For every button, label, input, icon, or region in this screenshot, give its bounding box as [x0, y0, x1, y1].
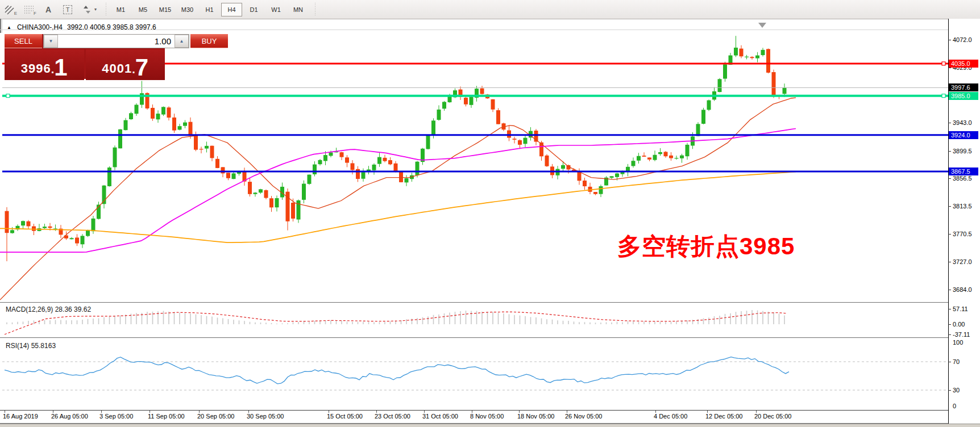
price-tick-label: 3813.5: [953, 203, 979, 210]
price-tick-dash: [948, 290, 951, 290]
price-badge: 4035.0: [949, 60, 978, 68]
line-handle[interactable]: [6, 94, 10, 98]
title-separator: [0, 30, 948, 30]
buy-price-display[interactable]: 4001.7: [86, 49, 165, 80]
rsi-chart-canvas[interactable]: [0, 338, 948, 411]
price-badge: 3867.5: [949, 168, 978, 175]
tf-button-mn[interactable]: MN: [288, 3, 309, 16]
rsi-label: RSI(14) 55.8163: [6, 342, 56, 350]
chevron-down-icon: ▾: [94, 7, 97, 12]
time-tick-label: 26 Aug 05:00: [51, 413, 88, 420]
price-tick-label: 3727.0: [953, 258, 979, 266]
sell-price-display[interactable]: 3996.1: [5, 49, 84, 80]
time-tick-label: 15 Oct 05:00: [327, 413, 363, 420]
moving-averages: [0, 98, 796, 300]
macd-tick-dash: [948, 334, 951, 335]
price-tick-dash: [948, 206, 951, 207]
line-handle[interactable]: [942, 94, 945, 98]
time-tick-label: 11 Sep 05:00: [148, 413, 185, 420]
time-tick-label: 20 Sep 05:00: [197, 413, 234, 420]
tool-sub-label: F: [34, 11, 36, 16]
toolbar-separator: [314, 3, 317, 16]
time-tick-label: 18 Nov 05:00: [517, 413, 554, 420]
buy-price-main: 4001: [102, 61, 132, 76]
price-tick-dash: [948, 123, 951, 123]
time-tick-label: 20 Dec 05:00: [754, 413, 791, 420]
chart-tab-bar: [0, 424, 980, 427]
macd-tick-dash: [948, 309, 951, 309]
rsi-tick-label: 30: [953, 387, 979, 394]
price-badge: 3997.6: [949, 83, 978, 91]
volume-up-button[interactable]: ▲: [175, 35, 189, 48]
price-tick-label: 3856.5: [953, 175, 979, 182]
macd-chart-canvas[interactable]: [0, 303, 948, 337]
macd-tick-dash: [948, 324, 951, 325]
time-tick-label: 30 Sep 05:00: [247, 413, 284, 420]
time-tick-label: 12 Dec 05:00: [705, 413, 742, 420]
price-tick-label: 3770.5: [953, 231, 979, 238]
tf-button-h1[interactable]: H1: [199, 3, 220, 16]
sell-price-pips: 1: [54, 58, 67, 77]
tf-button-m30[interactable]: M30: [177, 3, 198, 16]
volume-down-button[interactable]: ▼: [44, 35, 58, 48]
price-tick-label: 4072.0: [953, 36, 979, 44]
arrows-tool-button[interactable]: ▾: [77, 2, 102, 17]
text-label-icon: T: [63, 5, 73, 14]
price-tick-dash: [948, 68, 951, 68]
annotation-text: 多空转折点3985: [617, 231, 795, 262]
macd-tick-label: 0.00: [953, 321, 979, 328]
price-tick-dash: [948, 40, 951, 40]
text-tool-button[interactable]: A: [39, 2, 58, 17]
time-tick-label: 3 Sep 05:00: [99, 413, 133, 420]
text-label-tool-button[interactable]: T: [58, 2, 77, 17]
time-tick-label: 23 Oct 05:00: [375, 413, 410, 420]
rsi-line: [5, 357, 789, 384]
macd-tick-label: -37.11: [953, 331, 979, 338]
time-tick-label: 4 Dec 05:00: [654, 413, 687, 420]
sell-price-main: 3996: [21, 61, 51, 76]
time-tick-label: 31 Oct 05:00: [422, 413, 458, 420]
tf-button-m15[interactable]: M15: [155, 3, 176, 16]
rsi-tick-label: 100: [953, 339, 979, 346]
price-tick-label: 3684.0: [953, 286, 979, 294]
price-tick-label: 3899.5: [953, 148, 979, 155]
price-badge: 3924.0: [949, 131, 978, 139]
tf-button-m5[interactable]: M5: [132, 3, 153, 16]
line-handle[interactable]: [942, 62, 945, 65]
tf-button-m1[interactable]: M1: [110, 3, 131, 16]
buy-price-pips: 7: [135, 58, 148, 77]
one-click-trade-panel: SELL ▼ ▲ BUY 3996.1 4001.7: [5, 34, 165, 79]
tf-button-d1[interactable]: D1: [243, 3, 264, 16]
macd-tick-label: 57.11: [953, 305, 979, 313]
rsi-tick-label: 0: [953, 403, 979, 410]
macd-label: MACD(12,26,9) 28.36 39.62: [6, 305, 91, 313]
price-tick-dash: [948, 262, 951, 262]
fibonacci-tool-button[interactable]: F: [19, 2, 39, 17]
time-tick-label: 26 Nov 05:00: [565, 413, 602, 420]
price-tick-dash: [948, 151, 951, 152]
macd-histogram: [7, 310, 784, 324]
time-tick-label: 8 Nov 05:00: [470, 413, 504, 420]
buy-button[interactable]: BUY: [190, 34, 228, 48]
rsi-tick-dash: [948, 390, 951, 391]
price-tick-dash: [948, 178, 951, 179]
arrows-icon: [83, 5, 93, 15]
chart-shift-marker-icon[interactable]: [758, 23, 766, 28]
tf-button-h4-active[interactable]: H4: [221, 3, 242, 16]
price-tick-dash: [948, 234, 951, 235]
tool-sub-label: E: [14, 11, 17, 16]
ma-fast-red: [0, 98, 796, 300]
text-tool-icon: A: [45, 5, 51, 14]
rsi-tick-label: 70: [953, 358, 979, 366]
fibonacci-icon: [23, 4, 35, 15]
mt4-terminal: E F A T ▾ M1 M5 M15 M30: [0, 0, 980, 427]
tf-button-w1[interactable]: W1: [265, 3, 286, 16]
time-tick-label: 16 Aug 2019: [3, 413, 38, 420]
sell-button[interactable]: SELL: [5, 34, 42, 48]
toolbar: E F A T ▾ M1 M5 M15 M30: [0, 0, 980, 19]
price-tick-label: 3943.0: [953, 119, 979, 127]
volume-control: ▼ ▲: [43, 34, 189, 48]
rsi-tick-dash: [948, 362, 951, 362]
equidistant-channel-tool-button[interactable]: E: [0, 2, 19, 17]
volume-input[interactable]: [58, 35, 175, 48]
